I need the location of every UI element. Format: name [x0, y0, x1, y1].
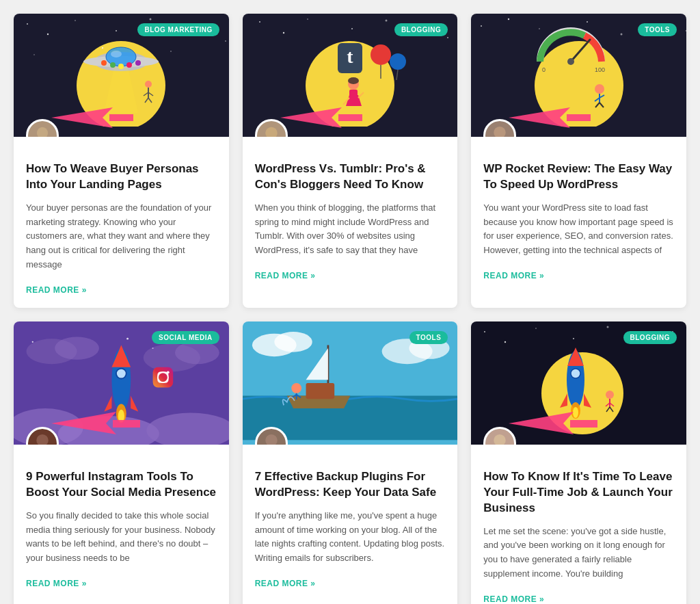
arrow-decoration-3 [509, 104, 591, 131]
svg-point-62 [539, 28, 541, 29]
svg-rect-109 [113, 420, 140, 428]
card-1-body: How To Weave Buyer Personas Into Your La… [14, 137, 229, 308]
card-5-body: 7 Effective Backup Plugins For WordPress… [243, 445, 458, 601]
card-1-excerpt: Your buyer personas are the foundation o… [26, 201, 217, 272]
svg-point-66 [686, 30, 686, 31]
svg-point-128 [536, 328, 537, 329]
svg-point-91 [152, 347, 154, 349]
svg-point-3 [116, 30, 117, 31]
svg-point-7 [225, 40, 226, 42]
category-badge-1: BLOG MARKETING [137, 23, 219, 36]
svg-point-36 [282, 32, 284, 34]
card-1-image: BLOG MARKETING [14, 14, 229, 137]
card-4: SOCIAL MEDIA 9 Powerful Instagram Tools … [14, 321, 229, 604]
svg-point-130 [607, 326, 609, 328]
card-grid: BLOG MARKETING How To Weave Buyer Person… [14, 14, 686, 604]
svg-marker-58 [280, 107, 342, 128]
svg-point-96 [116, 369, 126, 379]
svg-point-119 [291, 383, 301, 393]
svg-point-38 [351, 28, 353, 29]
svg-point-9 [102, 47, 103, 49]
card-2-title: WordPress Vs. Tumblr: Pro's & Con's Blog… [255, 161, 446, 193]
card-3-excerpt: You want your WordPress site to load fas… [483, 201, 674, 258]
card-6-read-more[interactable]: READ MORE » [483, 594, 544, 604]
svg-rect-152 [570, 420, 597, 428]
svg-marker-108 [51, 412, 116, 434]
card-3-body: WP Rocket Review: The Easy Way To Speed … [471, 137, 686, 293]
svg-point-90 [126, 338, 129, 340]
svg-point-8 [33, 54, 35, 55]
svg-point-0 [27, 23, 28, 25]
card-2-excerpt: When you think of blogging, the platform… [255, 201, 446, 258]
svg-rect-116 [306, 383, 334, 399]
card-5-image: TOOLS [243, 321, 458, 445]
svg-rect-59 [338, 114, 362, 121]
category-badge-3: TOOLS [638, 23, 677, 36]
svg-point-63 [587, 21, 588, 23]
svg-rect-101 [153, 367, 174, 388]
card-6-title: How To Know If It's Time To Leave Your F… [483, 469, 674, 516]
card-1-title: How To Weave Buyer Personas Into Your La… [26, 161, 217, 193]
card-1: BLOG MARKETING How To Weave Buyer Person… [14, 14, 229, 308]
svg-marker-95 [111, 345, 131, 367]
card-4-image: SOCIAL MEDIA [14, 321, 229, 445]
svg-marker-151 [509, 412, 574, 434]
svg-point-37 [307, 18, 308, 20]
card-5-read-more[interactable]: READ MORE » [255, 579, 316, 588]
card-4-title: 9 Powerful Instagram Tools To Boost Your… [26, 469, 217, 501]
card-6-excerpt: Let me set the scene: you've got a side … [483, 525, 674, 581]
svg-point-126 [484, 331, 485, 332]
svg-point-84 [55, 337, 99, 359]
svg-rect-34 [109, 114, 133, 121]
arrow-decoration-4 [51, 408, 140, 439]
card-5-excerpt: If you're anything like me, you've spent… [255, 509, 446, 566]
card-6-image: BLOGGING [471, 321, 686, 445]
svg-point-10 [170, 51, 172, 52]
category-badge-2: BLOGGING [394, 23, 448, 36]
card-3-title: WP Rocket Review: The Easy Way To Speed … [483, 161, 674, 193]
svg-point-60 [481, 25, 482, 27]
category-badge-5: TOOLS [409, 331, 448, 344]
category-badge-4: SOCIAL MEDIA [152, 331, 219, 344]
svg-rect-82 [567, 114, 591, 121]
svg-point-4 [150, 18, 152, 21]
svg-point-1 [47, 34, 49, 35]
card-3-read-more[interactable]: READ MORE » [483, 271, 544, 280]
svg-marker-81 [509, 107, 570, 128]
svg-point-92 [32, 341, 33, 343]
svg-point-35 [259, 21, 260, 23]
arrow-decoration-1 [51, 104, 133, 131]
card-6-body: How To Know If It's Time To Leave Your F… [471, 445, 686, 604]
card-4-read-more[interactable]: READ MORE » [26, 579, 87, 588]
card-1-read-more[interactable]: READ MORE » [26, 285, 87, 295]
card-3-image: 0 100 TOOLS [471, 14, 686, 137]
svg-point-86 [175, 341, 219, 364]
card-2-read-more[interactable]: READ MORE » [255, 271, 316, 280]
category-badge-6: BLOGGING [623, 331, 677, 344]
card-2-body: WordPress Vs. Tumblr: Pro's & Con's Blog… [243, 137, 458, 293]
svg-point-2 [75, 20, 76, 21]
card-3: 0 100 TOOLS [471, 14, 686, 308]
card-2: t BLOGGING [243, 14, 458, 308]
svg-point-129 [573, 338, 574, 339]
card-2-image: t BLOGGING [243, 14, 458, 137]
svg-point-64 [621, 34, 623, 36]
card-6: BLOGGING How To Know If It's Time To Lea… [471, 321, 686, 604]
svg-point-127 [504, 341, 506, 343]
arrow-decoration-2 [280, 104, 362, 131]
svg-point-112 [274, 332, 312, 352]
card-5-title: 7 Effective Backup Plugins For WordPress… [255, 469, 446, 501]
svg-marker-33 [51, 107, 113, 128]
card-4-excerpt: So you finally decided to take this whol… [26, 509, 217, 566]
svg-point-61 [508, 18, 509, 20]
card-4-body: 9 Powerful Instagram Tools To Boost Your… [14, 445, 229, 601]
svg-point-39 [385, 20, 387, 22]
svg-point-41 [447, 37, 448, 38]
svg-point-89 [146, 412, 228, 445]
card-5: TOOLS 7 Effective Backup Plugins For Wor… [243, 321, 458, 604]
arrow-decoration-6 [509, 408, 597, 439]
